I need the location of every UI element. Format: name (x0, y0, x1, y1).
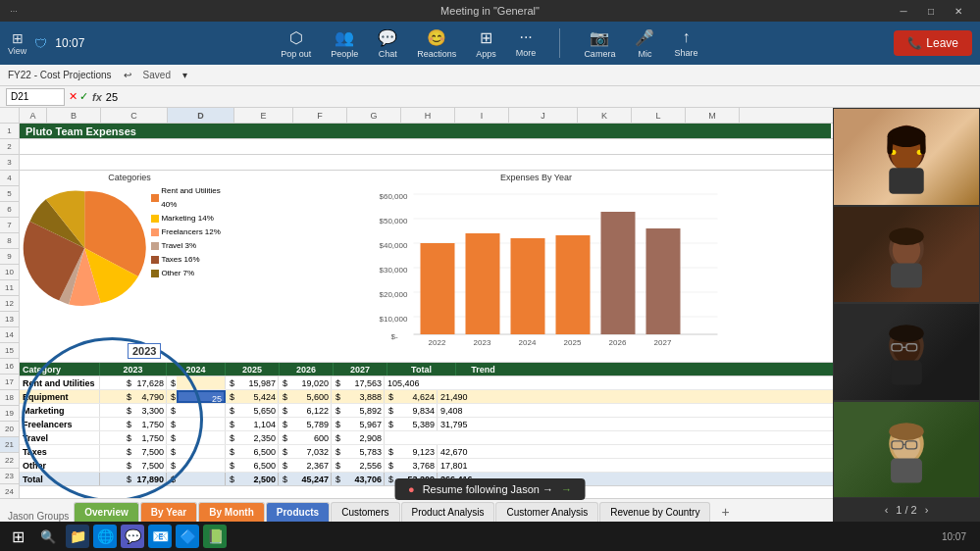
reactions-icon: 😊 (427, 28, 446, 47)
row-22: 22 (0, 453, 19, 469)
taskbar-onedrive[interactable]: 🔷 (176, 525, 199, 548)
minimize-button[interactable]: ─ (890, 0, 917, 22)
table-row-travel: Travel $ 1,750 $ $ 2,350 $ 600 $ 2,908 (20, 431, 833, 445)
val-cell: 6,500 (235, 445, 279, 458)
formula-bar: ✕ ✓ fx 25 (0, 86, 980, 108)
notification-banner[interactable]: ● Resume following Jason → → (394, 478, 586, 500)
column-headers: A B C D E F G H I J K L M (0, 108, 833, 124)
prev-video-button[interactable]: ‹ (885, 504, 889, 516)
confirm-icon[interactable]: ✓ (79, 90, 88, 103)
row2-empty (20, 139, 833, 155)
dollar-cell: $ (167, 390, 177, 403)
reactions-button[interactable]: 😊 Reactions (417, 28, 456, 59)
dollar-cell: $ (332, 473, 341, 485)
svg-rect-33 (920, 136, 925, 154)
row-1: 1 (0, 124, 19, 139)
val-cell: 5,892 (341, 404, 385, 417)
tab-revenue-by-country[interactable]: Revenue by Country (599, 502, 710, 522)
cell-reference-input[interactable] (6, 88, 65, 106)
video-navigation: ‹ 1 / 2 › (833, 498, 980, 522)
fx-label: fx (92, 91, 102, 103)
tab-customers[interactable]: Customers (331, 502, 399, 522)
dollar-cell: $ (100, 390, 133, 403)
dollar-cell: $ (226, 445, 235, 458)
taskbar-teams[interactable]: 💬 (121, 525, 144, 548)
row-8: 8 (0, 233, 19, 249)
tab-product-analysis[interactable]: Product Analysis (401, 502, 495, 522)
svg-text:2023: 2023 (474, 338, 491, 347)
person-silhouette-4 (834, 402, 979, 498)
col-header-M: M (686, 108, 740, 123)
app-bar-center: ⬡ Pop out 👥 People 💬 Chat 😊 Reactions ⊞ … (96, 28, 882, 59)
main-content: A B C D E F G H I J K L M 1 2 3 4 5 6 7 (0, 108, 980, 522)
tab-by-month[interactable]: By Month (198, 502, 265, 522)
val-cell: 9,123 (394, 445, 438, 458)
share-label: Share (674, 48, 697, 58)
val-cell: 17,563 (341, 376, 385, 389)
dollar-cell: $ (226, 473, 235, 485)
spreadsheet-title: Pluto Team Expenses (20, 124, 831, 138)
taskbar-time: 10:07 (942, 531, 966, 542)
total-cell: 17,801 (438, 459, 471, 472)
table-row-equipment: Equipment $ 4,790 $ 25 $ 5,424 $ 5,600 $… (20, 390, 833, 404)
title-row: Pluto Team Expenses (20, 124, 833, 139)
people-button[interactable]: 👥 People (331, 28, 358, 59)
mic-button[interactable]: 🎤 Mic (635, 28, 654, 59)
pop-out-button[interactable]: ⬡ Pop out (281, 28, 311, 59)
row-21: 21 (0, 437, 19, 453)
next-video-button[interactable]: › (925, 504, 929, 516)
start-button[interactable]: ⊞ (6, 526, 30, 547)
selected-cell[interactable]: 25 (177, 390, 226, 403)
down-arrow-icon[interactable]: ▾ (182, 70, 187, 80)
add-sheet-button[interactable]: + (711, 502, 739, 522)
leave-button[interactable]: 📞 Leave (894, 30, 972, 56)
chat-button[interactable]: 💬 Chat (378, 28, 397, 59)
check-icon[interactable]: ✕ (69, 90, 77, 103)
tab-by-year[interactable]: By Year (140, 502, 198, 522)
video-bg-1 (834, 109, 979, 205)
total-cell: 31,795 (438, 418, 471, 430)
people-label: People (331, 49, 358, 59)
app-bar: ⊞ View 🛡 10:07 ⬡ Pop out 👥 People 💬 Chat… (0, 22, 980, 65)
val-cell: 19,020 (288, 376, 332, 389)
share-button[interactable]: ↑ Share (674, 28, 697, 59)
val-cell: 7,500 (133, 459, 167, 472)
val-cell: 43,706 (341, 473, 385, 485)
col-header-I: I (455, 108, 509, 123)
row-14: 14 (0, 327, 19, 343)
total-cell: 9,408 (438, 404, 466, 417)
undo-icon[interactable]: ↩ (124, 70, 131, 80)
val-cell: 2,500 (235, 473, 279, 485)
bar-chart-svg: $60,000 $50,000 $40,000 $30,000 $20,000 … (241, 184, 831, 351)
val-cell: 1,104 (235, 418, 279, 430)
taskbar-outlook[interactable]: 📧 (148, 525, 172, 548)
val-cell: 6,122 (288, 404, 332, 417)
video-tile-3 (833, 303, 980, 401)
val-cell (177, 459, 226, 472)
svg-text:2027: 2027 (654, 338, 672, 347)
dollar-cell: $ (167, 445, 177, 458)
tab-products[interactable]: Products (266, 502, 330, 522)
maximize-button[interactable]: □ (917, 0, 945, 22)
dollar-cell: $ (226, 459, 235, 472)
dollar-cell: $ (385, 473, 394, 485)
view-button[interactable]: ⊞ View (8, 30, 26, 56)
tab-overview[interactable]: Overview (74, 502, 138, 522)
svg-text:$10,000: $10,000 (380, 315, 408, 324)
tab-customer-analysis[interactable]: Customer Analysis (495, 502, 598, 522)
dollar-cell: $ (385, 445, 394, 458)
formula-input[interactable]: 25 (106, 91, 974, 103)
more-button[interactable]: ··· More (516, 28, 537, 59)
search-button[interactable]: 🔍 (34, 526, 62, 547)
val-cell: $ (100, 376, 133, 389)
taskbar-edge[interactable]: 🌐 (93, 525, 117, 548)
close-button[interactable]: ✕ (945, 0, 972, 22)
camera-button[interactable]: 📷 Camera (584, 28, 615, 59)
dollar-cell: $ (226, 418, 235, 430)
file-name[interactable]: FY22 - Cost Projections (8, 70, 112, 80)
taskbar-excel[interactable]: 📗 (203, 525, 227, 548)
svg-text:$50,000: $50,000 (380, 217, 408, 225)
taskbar-file-explorer[interactable]: 📁 (66, 525, 89, 548)
row-12: 12 (0, 296, 19, 312)
apps-button[interactable]: ⊞ Apps (476, 28, 496, 59)
